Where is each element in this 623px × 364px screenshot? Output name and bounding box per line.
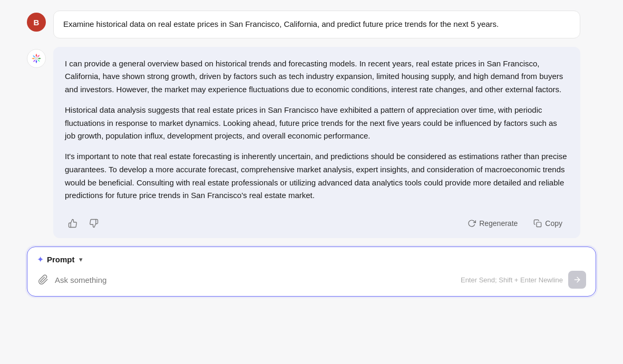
ai-paragraph-3: It's important to note that real estate … [65, 150, 569, 202]
copy-icon [533, 219, 542, 228]
prompt-input-row: Enter Send; Shift + Enter Newline [37, 271, 586, 289]
ai-actions-left [65, 217, 102, 230]
attach-button[interactable] [37, 273, 50, 286]
copy-label: Copy [545, 219, 562, 228]
chevron-down-icon[interactable]: ▾ [79, 255, 83, 263]
svg-point-0 [35, 57, 38, 60]
prompt-header: ✦ Prompt ▾ [37, 254, 586, 264]
regenerate-label: Regenerate [479, 219, 518, 228]
user-message-row: B Examine historical data on real estate… [27, 11, 596, 38]
ai-actions-right: Regenerate Copy [461, 216, 569, 231]
paperclip-icon [38, 274, 48, 285]
avatar: B [27, 13, 46, 32]
regenerate-icon [468, 219, 476, 228]
send-icon [573, 276, 581, 284]
prompt-label: Prompt [47, 255, 75, 264]
chat-container: B Examine historical data on real estate… [27, 11, 596, 297]
svg-rect-1 [537, 222, 541, 227]
ai-logo-icon [31, 53, 42, 64]
ai-actions-bar: Regenerate Copy [65, 211, 569, 231]
thumbs-up-button[interactable] [65, 217, 81, 230]
ai-paragraph-2: Historical data analysis suggests that r… [65, 104, 569, 143]
ai-paragraph-1: I can provide a general overview based o… [65, 57, 569, 96]
ai-bubble: I can provide a general overview based o… [53, 47, 580, 239]
prompt-container: ✦ Prompt ▾ Enter Send; Shift + Enter New… [27, 247, 596, 297]
ai-message-row: I can provide a general overview based o… [27, 47, 596, 239]
send-button[interactable] [568, 271, 586, 289]
sparkle-icon: ✦ [37, 254, 44, 264]
ai-avatar [27, 49, 46, 68]
thumbs-down-button[interactable] [86, 217, 102, 230]
prompt-input[interactable] [55, 276, 455, 284]
regenerate-button[interactable]: Regenerate [461, 216, 524, 231]
user-bubble: Examine historical data on real estate p… [53, 11, 580, 38]
prompt-hint: Enter Send; Shift + Enter Newline [461, 276, 563, 284]
copy-button[interactable]: Copy [527, 216, 569, 231]
